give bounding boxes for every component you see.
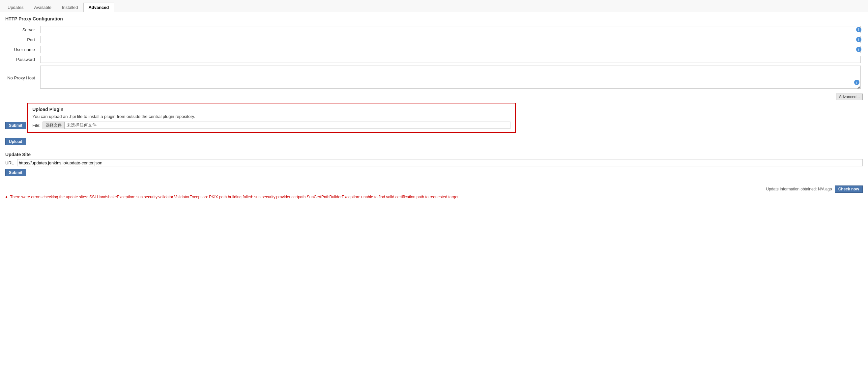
port-label: Port: [5, 35, 38, 44]
port-input[interactable]: [40, 36, 861, 43]
error-bullet-icon: ●: [5, 195, 7, 199]
username-label: User name: [5, 44, 38, 54]
upload-btn-wrapper: Upload: [5, 138, 863, 149]
upload-plugin-description: You can upload an .hpi file to install a…: [32, 114, 510, 119]
tab-available[interactable]: Available: [29, 3, 56, 12]
advanced-btn-row: Advanced...: [5, 94, 863, 100]
url-input[interactable]: [17, 159, 863, 166]
upload-button[interactable]: Upload: [5, 138, 26, 145]
update-site-title: Update Site: [5, 152, 863, 157]
tab-updates[interactable]: Updates: [3, 3, 28, 12]
error-message: ● There were errors checking the update …: [5, 194, 863, 200]
server-input-cell: i: [38, 25, 863, 35]
password-row: Password: [5, 54, 863, 64]
error-text: There were errors checking the update si…: [10, 195, 458, 199]
username-input-cell: i: [38, 44, 863, 54]
no-proxy-textarea-wrapper: i ◢: [40, 66, 861, 90]
update-info-row: Update information obtained: N/A ago Che…: [5, 185, 863, 193]
url-row: URL: [5, 159, 863, 166]
update-site-section: Update Site URL Submit: [5, 152, 863, 180]
tab-advanced[interactable]: Advanced: [83, 3, 114, 12]
proxy-form-table: Server i Port i User name i: [5, 25, 863, 91]
server-input[interactable]: [40, 26, 861, 33]
proxy-submit-button[interactable]: Submit: [5, 122, 26, 129]
port-info-icon[interactable]: i: [856, 37, 861, 42]
update-info-text: Update information obtained: N/A ago: [766, 187, 832, 191]
password-label: Password: [5, 54, 38, 64]
file-row: File: 选择文件 未选择任何文件: [32, 122, 510, 129]
file-label: File:: [32, 123, 40, 128]
file-name-display: 未选择任何文件: [67, 122, 97, 128]
no-proxy-textarea[interactable]: [40, 66, 861, 89]
no-proxy-label: No Proxy Host: [5, 64, 38, 91]
update-site-submit-button[interactable]: Submit: [5, 169, 26, 176]
username-input[interactable]: [40, 46, 861, 53]
proxy-section-heading: HTTP Proxy Configuration: [5, 16, 863, 22]
choose-file-button[interactable]: 选择文件: [43, 122, 65, 129]
main-content: HTTP Proxy Configuration Server i Port i…: [0, 12, 868, 204]
check-now-button[interactable]: Check now: [835, 185, 863, 193]
tab-installed[interactable]: Installed: [57, 3, 83, 12]
server-row: Server i: [5, 25, 863, 35]
url-label: URL: [5, 160, 15, 165]
server-label: Server: [5, 25, 38, 35]
page-container: Updates Available Installed Advanced HTT…: [0, 0, 868, 367]
username-info-icon[interactable]: i: [856, 47, 861, 52]
upload-plugin-box: Upload Plugin You can upload an .hpi fil…: [27, 103, 516, 133]
file-input-box: 选择文件 未选择任何文件: [42, 122, 511, 129]
password-input[interactable]: [40, 56, 861, 63]
server-info-icon[interactable]: i: [856, 27, 861, 32]
tabs-bar: Updates Available Installed Advanced: [0, 0, 868, 12]
bottom-area: Update information obtained: N/A ago Che…: [5, 183, 863, 200]
upload-plugin-title: Upload Plugin: [32, 107, 510, 112]
no-proxy-info-icon[interactable]: i: [854, 80, 860, 85]
username-row: User name i: [5, 44, 863, 54]
textarea-resize-handle[interactable]: ◢: [857, 86, 861, 90]
no-proxy-textarea-cell: i ◢: [38, 64, 863, 91]
port-row: Port i: [5, 35, 863, 44]
advanced-button[interactable]: Advanced...: [836, 94, 863, 100]
password-input-cell: [38, 54, 863, 64]
no-proxy-row: No Proxy Host i ◢: [5, 64, 863, 91]
port-input-cell: i: [38, 35, 863, 44]
